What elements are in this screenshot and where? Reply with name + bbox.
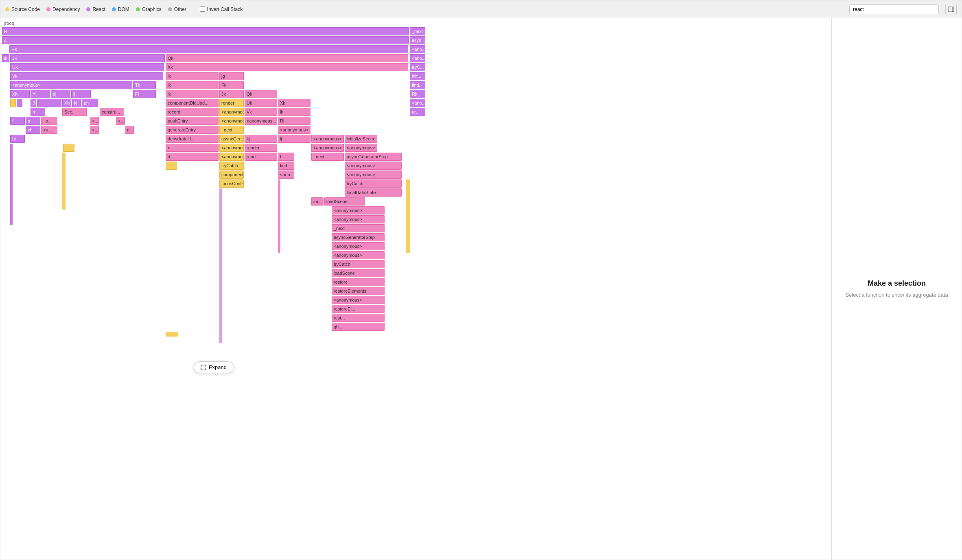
flame-block-loadScene[interactable]: loadScene xyxy=(324,197,365,206)
flame-block-anon2[interactable]: <anonymous> xyxy=(219,108,244,116)
flame-block-loadScene2[interactable]: loadScene xyxy=(332,269,385,277)
flame-block-n[interactable]: n xyxy=(31,108,45,116)
flame-block-im[interactable]: im... xyxy=(311,197,324,206)
flame-block-row6-right[interactable]: init... xyxy=(410,72,425,80)
flame-block-s2[interactable] xyxy=(17,99,22,107)
flame-block-Uk[interactable]: Uk xyxy=(10,63,164,71)
flame-block-anon[interactable]: <anonymous> xyxy=(10,81,132,89)
flame-block-kj[interactable]: kj xyxy=(72,99,81,107)
flame-block-ltdot3[interactable]: <... xyxy=(90,126,99,134)
flame-block-Qk2[interactable]: Qk xyxy=(245,90,277,98)
flame-block-yh[interactable]: yh xyxy=(26,126,40,134)
flame-block-next[interactable]: _next xyxy=(219,126,244,134)
flame-block-re[interactable]: re... xyxy=(410,108,425,116)
flame-block-empty[interactable] xyxy=(37,99,61,107)
expand-button[interactable]: Expand xyxy=(194,361,234,373)
flame-block-Vk[interactable]: Vk xyxy=(10,72,163,80)
flame-block-J-right[interactable]: asyn... xyxy=(410,36,425,44)
flame-block-anon5[interactable]: <anonymous> xyxy=(219,153,244,161)
flame-block-anon-dep[interactable]: <anonymous... xyxy=(245,117,277,125)
flame-block-ik[interactable]: ik xyxy=(166,72,219,80)
flame-block-ij[interactable]: ij xyxy=(71,90,91,98)
flame-block-tryCatch2[interactable]: tryCatch xyxy=(345,179,402,188)
flame-block-d[interactable]: d... xyxy=(166,153,219,161)
flame-block-Rk[interactable]: Rk xyxy=(410,90,425,98)
flame-block-rest[interactable]: rest... xyxy=(332,314,385,322)
flame-block-anon4[interactable]: <anonymous> xyxy=(219,144,244,152)
flame-block-ltdot4[interactable]: <... xyxy=(166,144,219,152)
flame-block-source1[interactable] xyxy=(63,144,74,152)
flame-block-restore[interactable]: restore xyxy=(332,278,385,286)
flame-block-anon-r6[interactable]: <anonymous> xyxy=(345,171,402,179)
flame-block-R[interactable]: R xyxy=(2,27,409,35)
flame-block-ph[interactable]: ph xyxy=(82,99,98,107)
flame-block-rend[interactable]: rend... xyxy=(245,153,277,161)
flame-block-tryCatch[interactable]: tryCatch xyxy=(219,162,244,170)
flame-block-bj[interactable]: bj xyxy=(10,135,25,143)
flame-block-Xk[interactable]: Xk xyxy=(166,63,408,71)
flame-block-Hk-right[interactable]: <ano... xyxy=(410,45,425,53)
flame-block-Vk2[interactable]: Vk xyxy=(245,108,277,116)
flame-block-initializeScene[interactable]: initializeScene xyxy=(345,135,377,143)
flame-block-ri[interactable]: ri xyxy=(125,126,134,134)
flame-block-Xk2[interactable]: Xk xyxy=(278,99,310,107)
flame-block-anon-r10[interactable]: <anonymous> xyxy=(332,251,385,259)
flame-block-R-right[interactable]: _next xyxy=(410,27,425,35)
flame-block-render[interactable]: render xyxy=(219,99,244,107)
invert-checkbox[interactable] xyxy=(200,7,205,12)
flame-block-Jk2[interactable]: Jk xyxy=(219,90,244,98)
flame-block-anon-r8[interactable]: <anonymous> xyxy=(332,215,385,223)
flame-block-lk3[interactable]: lk xyxy=(278,108,310,116)
flame-block-focusContainer[interactable]: focusContainer xyxy=(219,179,244,188)
flame-block-J[interactable]: J xyxy=(2,36,409,44)
flame-block-lk[interactable]: lk xyxy=(2,54,9,62)
flame-block-dj[interactable]: dj xyxy=(51,90,70,98)
flame-block-localDataState[interactable]: localDataState xyxy=(345,188,402,197)
flame-block-record[interactable]: record xyxy=(166,108,219,116)
flame-block-ltdot[interactable]: <... xyxy=(90,117,99,125)
flame-block-next2[interactable]: _next xyxy=(311,153,344,161)
flame-block-ij2[interactable]: ij xyxy=(278,135,310,143)
flame-block-anon-r4[interactable]: <anonymous> xyxy=(345,144,377,152)
flame-block-next3[interactable]: _next xyxy=(332,224,385,232)
flame-block-Xh[interactable]: Xh xyxy=(10,90,30,98)
flame-block-tryCatch3[interactable]: tryCatch xyxy=(332,260,385,268)
flame-block-kj2[interactable]: kj xyxy=(245,135,277,143)
invert-call-stack-label[interactable]: Invert Call Stack xyxy=(200,7,243,12)
flame-block-generateEntry[interactable]: generateEntry xyxy=(166,126,219,134)
flame-block-Qk[interactable]: Qk xyxy=(166,54,408,62)
flame-block-q[interactable]: q xyxy=(26,117,40,125)
flame-block-anon-r3[interactable]: <anonymous> xyxy=(311,144,344,152)
flame-block-Hk[interactable]: Hk xyxy=(9,45,408,53)
flame-block-jg[interactable]: jg xyxy=(219,72,244,80)
flame-block-source2[interactable] xyxy=(166,162,177,170)
flame-block-lk2[interactable]: lk xyxy=(166,90,219,98)
flame-block-row7-right[interactable]: find... xyxy=(410,81,425,89)
flame-block-restoreEl[interactable]: restoreEl... xyxy=(332,305,385,313)
flame-block-jk[interactable]: jk xyxy=(166,81,219,89)
flame-block-constru[interactable]: constru... xyxy=(100,108,124,116)
flamegraph-area[interactable]: (root) R _next J asyn... Hk <ano... lk J… xyxy=(0,18,831,560)
flame-block-render2[interactable]: render xyxy=(245,144,277,152)
flame-block-pushEntry[interactable]: pushEntry xyxy=(166,117,219,125)
flame-block-Rj[interactable]: Rj xyxy=(278,117,310,125)
flame-block-compDidMou[interactable]: componentDidMou... xyxy=(219,171,244,179)
flame-block-Fj[interactable]: Fj xyxy=(133,90,156,98)
flame-block-Xh2[interactable]: Xh xyxy=(62,99,71,107)
flame-block-dehydrateH[interactable]: dehydrateH... xyxy=(166,135,219,143)
flame-block-asyncGenS[interactable]: asyncGeneratorS... xyxy=(219,135,244,143)
flame-block-Yi[interactable]: Yi xyxy=(31,90,50,98)
flame-block-anon-r9[interactable]: <anonymous> xyxy=(332,242,385,250)
flame-block-t[interactable]: t xyxy=(278,153,294,161)
flame-block-anon-r11[interactable]: <anonymous> xyxy=(332,296,385,304)
flame-block-Jk[interactable]: Jk xyxy=(10,54,165,62)
flame-block-componentDidUpd[interactable]: componentDidUpd... xyxy=(166,99,219,107)
flame-block-gh[interactable]: gh... xyxy=(332,323,385,331)
flame-block-row4-right[interactable]: <ano... xyxy=(410,54,425,62)
flame-block-Tk[interactable]: Tk xyxy=(133,81,156,89)
flame-block-restoreElements[interactable]: restoreElements xyxy=(332,287,385,295)
flame-block-anon-r5[interactable]: <anonymous> xyxy=(345,162,402,170)
flame-block-row5-right[interactable]: tryC... xyxy=(410,63,425,71)
flame-block-f[interactable]: f xyxy=(10,117,25,125)
flame-block-anon-r2[interactable]: <anonymous> xyxy=(311,135,344,143)
